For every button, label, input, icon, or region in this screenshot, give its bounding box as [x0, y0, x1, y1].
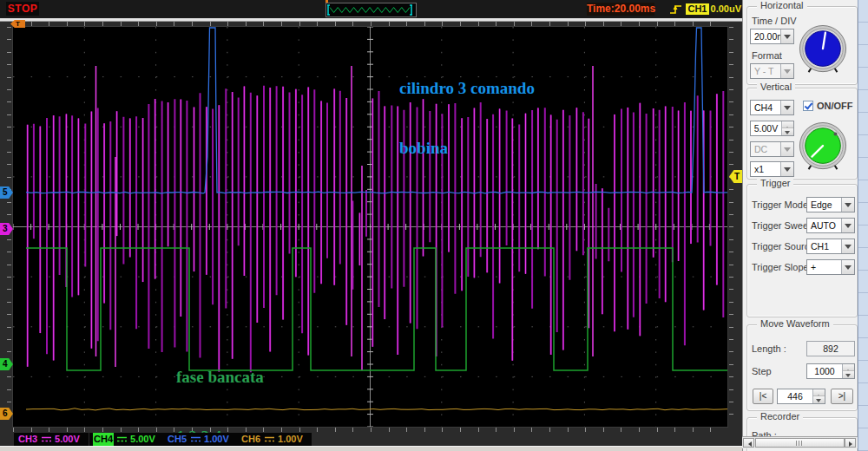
trigger-source-value: CH1	[811, 240, 829, 253]
format-value: Y - T	[754, 65, 773, 78]
length-value-field: 892	[806, 341, 855, 356]
panel-horizontal-scrollbar[interactable]	[742, 436, 858, 448]
coupling-select: DC	[750, 141, 794, 157]
right-ruler	[729, 27, 733, 427]
channel-volts-div: 1.00V	[278, 433, 303, 446]
channel6-readout[interactable]: CH6 1.00V	[237, 433, 312, 446]
coupling-value: DC	[754, 143, 767, 156]
probe-select[interactable]: x1	[750, 161, 794, 177]
oscilloscope-app-window: STOP Time:20.00ms CH1 0.00uV cilindro 3 …	[0, 0, 868, 451]
trigger-slope-select[interactable]: +	[806, 259, 855, 275]
vertical-knob[interactable]	[798, 121, 848, 173]
chevron-down-icon	[780, 64, 793, 78]
step-value: 1000	[807, 365, 842, 378]
trigger-level-readout: 0.00uV	[710, 3, 741, 15]
trigger-edge-icon	[669, 3, 684, 16]
group-title: Vertical	[757, 82, 795, 92]
panel-vertical-scrollbar[interactable]	[858, 0, 868, 451]
chevron-down-icon[interactable]	[841, 198, 854, 212]
channel-onoff-checkbox[interactable]	[803, 101, 813, 111]
waveform-preview-strip[interactable]	[326, 3, 417, 17]
coupling-icon	[190, 435, 201, 443]
channel-name: CH6	[240, 433, 261, 446]
channel3-readout[interactable]: CH3 5.00V	[14, 433, 89, 446]
vertical-channel-select[interactable]: CH4	[750, 100, 794, 115]
channel-name: CH4	[93, 433, 114, 446]
trigger-mode-label: Trigger Mode	[752, 199, 808, 210]
go-first-button[interactable]: |<	[753, 389, 773, 404]
step-label: Step	[752, 366, 772, 376]
time-readout: Time:20.00ms	[587, 3, 654, 16]
probe-value: x1	[754, 163, 764, 176]
step-spinner[interactable]: 1000	[806, 363, 855, 379]
position-spinner[interactable]: 446	[777, 389, 825, 404]
format-select: Y - T	[750, 63, 794, 79]
position-value: 446	[778, 390, 812, 403]
trigger-mode-select[interactable]: Edge	[806, 197, 855, 212]
volts-div-spinner[interactable]: 5.00V	[750, 121, 794, 136]
trigger-sweep-label: Trigger Sweep	[752, 220, 813, 231]
trigger-slope-value: +	[811, 261, 816, 274]
volts-div-value: 5.00V	[751, 122, 781, 135]
channel4-readout[interactable]: CH4 5.00V	[89, 433, 164, 446]
trigger-channel-badge: CH1	[686, 3, 709, 15]
spin-down-icon[interactable]	[843, 370, 854, 378]
spin-down-icon[interactable]	[813, 395, 825, 403]
group-title: Horizontal	[757, 0, 807, 10]
waveform-canvas	[13, 27, 727, 427]
trigger-source-label: Trigger Source	[752, 241, 814, 252]
chevron-down-icon[interactable]	[841, 239, 854, 253]
trigger-sweep-value: AUTO	[811, 219, 836, 232]
trigger-slope-label: Trigger Slope	[752, 262, 809, 272]
coupling-icon	[41, 435, 52, 443]
acquisition-status-badge: STOP	[6, 2, 39, 16]
chevron-down-icon[interactable]	[841, 219, 854, 232]
coupling-icon	[116, 435, 128, 443]
annotation-line: fase bancata	[176, 367, 264, 387]
channel-name: CH5	[167, 433, 187, 446]
scroll-right-icon[interactable]	[845, 438, 856, 448]
format-label: Format	[752, 50, 782, 61]
vertical-channel-value: CH4	[754, 101, 773, 114]
chevron-down-icon[interactable]	[780, 162, 793, 176]
channel-volts-div: 1.00V	[204, 433, 229, 446]
group-title: Recorder	[757, 411, 803, 422]
go-last-button[interactable]: >|	[831, 389, 853, 404]
trigger-sweep-select[interactable]: AUTO	[806, 218, 855, 233]
onoff-label: ON/OFF	[817, 101, 853, 111]
annotation-line: bobina	[399, 138, 535, 158]
time-div-select[interactable]: 20.00ms	[750, 29, 794, 44]
hscroll-thumb[interactable]	[755, 438, 845, 448]
chevron-down-icon[interactable]	[841, 260, 854, 274]
chevron-down-icon[interactable]	[780, 101, 793, 114]
channel-volts-div: 5.00V	[55, 433, 80, 446]
channel5-readout[interactable]: CH5 1.00V	[163, 433, 238, 446]
channel-volts-div: 5.00V	[130, 433, 155, 446]
trigger-source-select[interactable]: CH1	[806, 239, 855, 254]
top-ruler	[13, 22, 727, 26]
trigger-mode-value: Edge	[811, 199, 832, 212]
group-title: Move Waveform	[757, 318, 833, 329]
time-div-label: Time / DIV	[752, 16, 797, 26]
scroll-left-icon[interactable]	[743, 438, 754, 448]
spin-down-icon[interactable]	[782, 127, 793, 135]
channel-name: CH3	[17, 433, 38, 446]
window-bottom-edge	[0, 446, 868, 451]
annotation-line: cilindro 3 comando	[399, 78, 535, 98]
coupling-icon	[264, 435, 275, 443]
group-title: Trigger	[757, 178, 793, 188]
chevron-down-icon[interactable]	[780, 29, 793, 43]
horizontal-knob[interactable]	[798, 24, 848, 76]
graticule-plot-area	[13, 27, 727, 427]
preview-zigzag	[326, 4, 414, 16]
bottom-ruler	[13, 428, 727, 432]
length-label: Length :	[752, 343, 786, 354]
annotation-cylinder3: cilindro 3 comando bobina	[399, 38, 535, 198]
chevron-down-icon	[780, 142, 793, 156]
